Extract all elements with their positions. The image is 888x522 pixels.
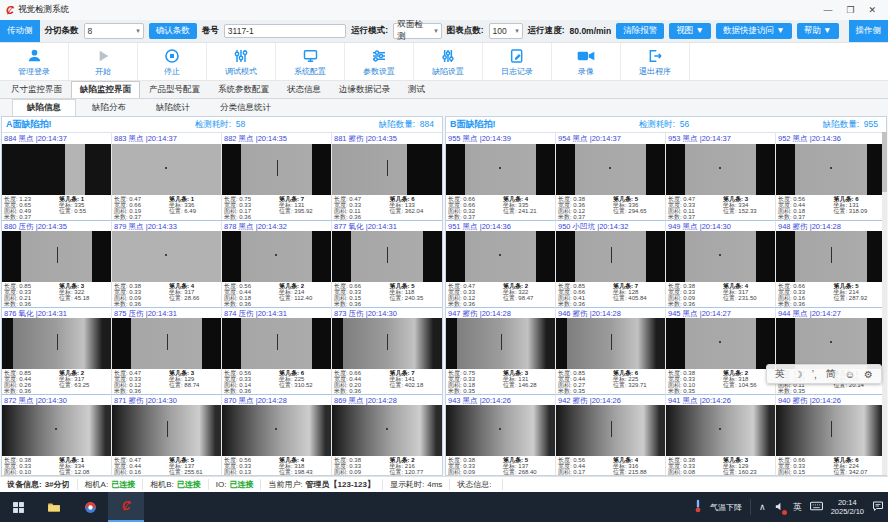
sub-tab-1[interactable]: 缺陷分布 xyxy=(78,100,140,116)
defect-meta: 长度: 0.66宽度: 0.33面积: 0.15米数: 0.36第几条: 5坐标… xyxy=(332,282,442,307)
data-quick-access-button[interactable]: 数据快捷访问 ▼ xyxy=(716,23,792,39)
defect-cell-948[interactable]: 948 擦伤 |20:14:28长度: 0.66宽度: 0.33面积: 0.16… xyxy=(776,220,886,307)
defect-cell-947[interactable]: 947 擦伤 |20:14:28长度: 0.75宽度: 0.33面积: 0.18… xyxy=(446,307,556,394)
minimize-button[interactable]: — xyxy=(823,5,832,15)
defect-cell-943[interactable]: 943 黑点 |20:14:26长度: 0.38宽度: 0.33面积: 0.09… xyxy=(446,394,556,475)
defect-meta: 长度: 0.66宽度: 0.44面积: 0.20米数: 0.36第几条: 7坐标… xyxy=(332,369,442,394)
run-mode-label: 运行模式: xyxy=(351,25,388,37)
defect-cell-875[interactable]: 875 压伤 |20:14:31长度: 0.47宽度: 0.33面积: 0.12… xyxy=(112,307,222,394)
defect-cell-869[interactable]: 869 黑点 |20:14:28长度: 0.38宽度: 0.33面积: 0.09… xyxy=(332,394,442,475)
defect-thumbnail xyxy=(556,144,665,195)
help-menu-button[interactable]: 帮助 ▼ xyxy=(797,23,839,39)
chart-points-select[interactable]: 100 xyxy=(489,23,523,39)
sub-tab-2[interactable]: 缺陷统计 xyxy=(142,100,204,116)
defect-cell-949[interactable]: 949 黑点 |20:14:30长度: 0.38宽度: 0.33面积: 0.09… xyxy=(666,220,776,307)
weather-text[interactable]: 气温下降 xyxy=(710,502,742,513)
defect-cell-879[interactable]: 879 黑点 |20:14:33长度: 0.38宽度: 0.33面积: 0.09… xyxy=(112,220,222,307)
defect-cell-951[interactable]: 951 黑点 |20:14:36长度: 0.47宽度: 0.33面积: 0.12… xyxy=(446,220,556,307)
defect-cell-878[interactable]: 878 黑点 |20:14:32长度: 0.56宽度: 0.44面积: 0.18… xyxy=(222,220,332,307)
maximize-button[interactable]: ❐ xyxy=(846,5,854,15)
ime-settings-gear-icon[interactable]: ⚙ xyxy=(864,369,873,380)
defect-meta: 长度: 0.38宽度: 0.33面积: 0.10米数: 0.35第几条: 2坐标… xyxy=(666,369,775,394)
status-item-value: 4ms xyxy=(427,480,442,489)
defect-cell-header: 883 黑点 |20:14:37 xyxy=(112,133,221,144)
ime-punctuation-icon[interactable]: ’, xyxy=(812,369,817,380)
windows-start-icon[interactable] xyxy=(0,492,36,522)
defect-cell-header: 870 黑点 |20:14:28 xyxy=(222,395,331,405)
defect-cell-941[interactable]: 941 黑点 |20:14:26长度: 0.38宽度: 0.33面积: 0.08… xyxy=(666,394,776,475)
action-button-monitor[interactable]: 系统配置 xyxy=(276,43,345,80)
action-button-exit[interactable]: 退出程序 xyxy=(621,43,690,80)
volume-muted-icon[interactable] xyxy=(774,501,785,514)
action-button-debug[interactable]: 调试模式 xyxy=(207,43,276,80)
close-button[interactable]: ✕ xyxy=(868,5,876,15)
defect-cell-877[interactable]: 877 氧化 |20:14:31长度: 0.66宽度: 0.33面积: 0.15… xyxy=(332,220,442,307)
defect-cell-873[interactable]: 873 压伤 |20:14:30长度: 0.66宽度: 0.44面积: 0.20… xyxy=(332,307,442,394)
detection-app-taskbar-icon[interactable]: Ȼ xyxy=(108,492,144,522)
defect-cell-header: 940 擦伤 |20:14:26 xyxy=(776,395,886,405)
action-button-log[interactable]: 日志记录 xyxy=(483,43,552,80)
notification-center-icon[interactable] xyxy=(872,500,884,514)
defect-cell-876[interactable]: 876 氧化 |20:14:31长度: 0.85宽度: 0.44面积: 0.26… xyxy=(2,307,112,394)
defect-thumbnail xyxy=(222,318,331,369)
defect-cell-870[interactable]: 870 黑点 |20:14:28长度: 0.56宽度: 0.33面积: 0.13… xyxy=(222,394,332,475)
slit-count-select[interactable]: 8 xyxy=(84,23,144,39)
ime-language-badge[interactable]: 英 xyxy=(793,501,802,514)
action-button-params[interactable]: 参数设置 xyxy=(345,43,414,80)
main-tab-1[interactable]: 缺陷监控界面 xyxy=(71,81,140,98)
defect-cell-871[interactable]: 871 擦伤 |20:14:30长度: 0.47宽度: 0.44面积: 0.16… xyxy=(112,394,222,475)
view-menu-button[interactable]: 视图 ▼ xyxy=(669,23,711,39)
defect-cell-945[interactable]: 945 黑点 |20:14:27长度: 0.38宽度: 0.33面积: 0.10… xyxy=(666,307,776,394)
action-button-label: 调试模式 xyxy=(225,66,257,77)
defect-cell-950[interactable]: 950 小凹坑 |20:14:32长度: 0.85宽度: 0.66面积: 0.4… xyxy=(556,220,666,307)
run-mode-select[interactable]: 双面检测 xyxy=(393,23,442,39)
clear-alarm-button[interactable]: 清除报警 xyxy=(616,23,664,39)
panel-detect-time: 检测耗时: 58 xyxy=(149,119,292,131)
defect-cell-942[interactable]: 942 擦伤 |20:14:26长度: 0.56宽度: 0.44面积: 0.17… xyxy=(556,394,666,475)
defect-cell-883[interactable]: 883 黑点 |20:14:37长度: 0.47宽度: 0.66面积: 0.19… xyxy=(112,133,222,220)
defect-cell-874[interactable]: 874 压伤 |20:14:31长度: 0.56宽度: 0.33面积: 0.14… xyxy=(222,307,332,394)
ime-halfwidth-moon-icon[interactable]: ☽ xyxy=(794,369,803,380)
ime-simplified[interactable]: 简 xyxy=(826,367,836,381)
tray-chevron-icon[interactable]: ∧ xyxy=(759,502,766,512)
drive-side-button[interactable]: 传动侧 xyxy=(0,20,40,42)
action-button-defect[interactable]: 缺陷设置 xyxy=(414,43,483,80)
sub-tab-3[interactable]: 分类信息统计 xyxy=(206,100,285,116)
defect-cell-884[interactable]: 884 黑点 |20:14:37长度: 1.23宽度: 0.65面积: 0.49… xyxy=(2,133,112,220)
defect-cell-882[interactable]: 882 黑点 |20:14:35长度: 0.75宽度: 0.33面积: 0.17… xyxy=(222,133,332,220)
main-tab-5[interactable]: 边缘数据记录 xyxy=(330,81,399,98)
defect-cell-header: 946 擦伤 |20:14:28 xyxy=(556,308,665,318)
defect-cell-881[interactable]: 881 擦伤 |20:14:35长度: 0.47宽度: 0.33面积: 0.11… xyxy=(332,133,442,220)
vertical-scrollbar[interactable] xyxy=(882,132,887,475)
defect-cell-952[interactable]: 952 黑点 |20:14:36长度: 0.56宽度: 0.44面积: 0.18… xyxy=(776,133,886,220)
defect-cell-955[interactable]: 955 黑点 |20:14:39长度: 0.66宽度: 0.66面积: 0.32… xyxy=(446,133,556,220)
action-button-play[interactable]: 开始 xyxy=(69,43,138,80)
main-tab-3[interactable]: 系统参数配置 xyxy=(209,81,278,98)
main-tab-0[interactable]: 尺寸监控界面 xyxy=(2,81,71,98)
main-tab-4[interactable]: 状态信息 xyxy=(278,81,330,98)
touch-keyboard-icon[interactable] xyxy=(810,501,823,513)
defect-cell-946[interactable]: 946 擦伤 |20:14:28长度: 0.85宽度: 0.44面积: 0.27… xyxy=(556,307,666,394)
operator-side-button[interactable]: 操作侧 xyxy=(849,20,888,42)
action-button-camera[interactable]: 录像 xyxy=(552,43,621,80)
defect-cell-880[interactable]: 880 压伤 |20:14:35长度: 0.85宽度: 0.33面积: 0.21… xyxy=(2,220,112,307)
sub-tab-0[interactable]: 缺陷信息 xyxy=(12,99,76,116)
action-button-stop[interactable]: 停止 xyxy=(138,43,207,80)
defect-cell-954[interactable]: 954 黑点 |20:14:37长度: 0.38宽度: 0.36面积: 0.12… xyxy=(556,133,666,220)
defect-cell-940[interactable]: 940 擦伤 |20:14:26长度: 0.66宽度: 0.33面积: 0.15… xyxy=(776,394,886,475)
defect-cell-872[interactable]: 872 黑点 |20:14:30长度: 0.38宽度: 0.33面积: 0.10… xyxy=(2,394,112,475)
ime-emoji-icon[interactable]: ☺ xyxy=(845,369,855,380)
defect-thumbnail xyxy=(556,405,665,456)
file-explorer-icon[interactable] xyxy=(36,492,72,522)
roll-number-input[interactable] xyxy=(224,24,346,38)
confirm-slit-button[interactable]: 确认条数 xyxy=(149,23,197,39)
action-button-user[interactable]: 管理登录 xyxy=(0,43,69,80)
main-tab-2[interactable]: 产品型号配置 xyxy=(140,81,209,98)
taskbar-clock[interactable]: 20:14 2025/2/10 xyxy=(831,498,864,516)
main-tab-6[interactable]: 测试 xyxy=(399,81,434,98)
defect-meta: 长度: 0.66宽度: 0.33面积: 0.16米数: 0.36第几条: 5坐标… xyxy=(776,282,886,307)
defect-thumbnail xyxy=(222,231,331,282)
browser-app-icon[interactable] xyxy=(72,492,108,522)
defect-cell-953[interactable]: 953 黑点 |20:14:37长度: 0.47宽度: 0.33面积: 0.11… xyxy=(666,133,776,220)
ime-english[interactable]: 英 xyxy=(775,367,785,381)
